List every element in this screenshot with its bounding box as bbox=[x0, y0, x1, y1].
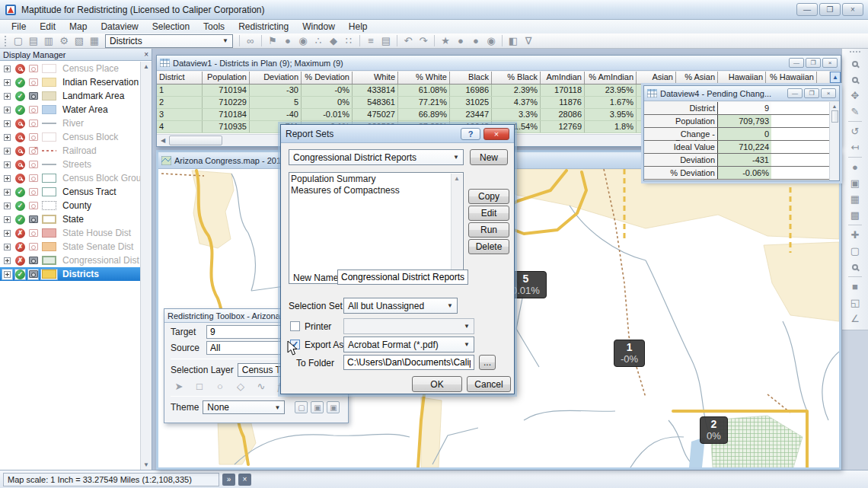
pending-row-district[interactable]: District9 bbox=[644, 102, 829, 115]
cancel-button[interactable]: Cancel bbox=[467, 376, 511, 392]
pending-row-population[interactable]: Population709,793 bbox=[644, 115, 829, 128]
layer-label-settings-icon[interactable] bbox=[29, 120, 38, 127]
new-file-icon[interactable]: ▢ bbox=[11, 34, 26, 48]
layer-visible-icon[interactable]: ✓ bbox=[15, 105, 25, 115]
print-icon[interactable]: ▦ bbox=[87, 34, 102, 48]
layer-visible-icon[interactable]: ✓ bbox=[15, 270, 25, 279]
layer-visible-icon[interactable]: ✓ bbox=[15, 187, 25, 197]
open-folder-icon[interactable]: ▤ bbox=[26, 34, 41, 48]
expand-icon[interactable] bbox=[4, 148, 11, 155]
report-set-combo[interactable]: Congressional District Reports▼ bbox=[289, 149, 464, 165]
scroll-up-icon[interactable]: ▲ bbox=[143, 63, 149, 70]
undo-icon[interactable]: ↶ bbox=[400, 34, 416, 48]
layer-row-indian-reservation[interactable]: ✓Indian Reservation bbox=[0, 75, 140, 89]
expand-icon[interactable] bbox=[4, 107, 11, 113]
expand-icon[interactable] bbox=[4, 244, 11, 250]
pending-row--deviation[interactable]: % Deviation-0.06% bbox=[644, 167, 829, 180]
menu-file[interactable]: File bbox=[5, 21, 33, 32]
pending-row-change-population[interactable]: Change - Population0 bbox=[644, 128, 829, 141]
new-name-input[interactable] bbox=[337, 270, 468, 285]
dv1-col--hawaiian[interactable]: % Hawaiian bbox=[766, 72, 817, 84]
layer-label-settings-icon[interactable] bbox=[29, 161, 38, 168]
dv1-col-deviation[interactable]: Deviation bbox=[250, 72, 302, 84]
dv1-col-asian[interactable]: Asian bbox=[637, 72, 676, 84]
maximize-button[interactable]: ❐ bbox=[804, 88, 819, 98]
copy-map-icon[interactable]: ▣ bbox=[846, 175, 864, 191]
layer-row-districts[interactable]: ✓Districts bbox=[0, 267, 140, 281]
layer-label-settings-icon[interactable] bbox=[29, 270, 38, 278]
layer-style-swatch[interactable] bbox=[42, 242, 56, 251]
layer-style-swatch[interactable] bbox=[42, 105, 56, 114]
expand-icon[interactable] bbox=[4, 93, 11, 100]
expand-icon[interactable] bbox=[4, 257, 11, 264]
pointer-tool-icon[interactable]: ➤ bbox=[171, 381, 187, 392]
layer-scale-hidden-icon[interactable] bbox=[15, 174, 25, 183]
report-item[interactable]: Population Summary bbox=[291, 174, 461, 185]
polyline-select-icon[interactable]: ∿ bbox=[253, 381, 270, 392]
feather-edit-icon[interactable]: ✎ bbox=[846, 104, 864, 120]
layer-selector-combo[interactable]: Districts▼ bbox=[105, 34, 233, 48]
info-window-icon[interactable]: ▤ bbox=[378, 34, 394, 48]
previous-scale-icon[interactable]: ↺ bbox=[846, 123, 864, 139]
ok-button[interactable]: OK bbox=[412, 376, 462, 392]
expand-icon[interactable] bbox=[4, 189, 11, 196]
menu-dataview[interactable]: Dataview bbox=[94, 21, 145, 32]
layer-label-settings-icon[interactable] bbox=[29, 257, 38, 264]
expand-icon[interactable] bbox=[4, 120, 11, 127]
to-folder-input[interactable] bbox=[343, 355, 474, 370]
minimize-button[interactable]: — bbox=[796, 3, 818, 16]
layer-style-swatch[interactable] bbox=[42, 132, 56, 142]
menu-help[interactable]: Help bbox=[342, 21, 375, 32]
save-icon[interactable]: ▥ bbox=[41, 34, 56, 48]
layer-row-water-area[interactable]: ✓Water Area bbox=[0, 103, 140, 116]
layer-visible-icon[interactable]: ✓ bbox=[15, 215, 25, 225]
dot-density-icon[interactable]: ∷ bbox=[341, 34, 356, 48]
pending-row-deviation[interactable]: Deviation-431 bbox=[644, 154, 829, 167]
layer-style-swatch[interactable] bbox=[42, 174, 56, 183]
layer-style-swatch[interactable] bbox=[42, 64, 56, 73]
dv1-col-amindian[interactable]: AmIndian bbox=[541, 72, 585, 84]
menu-edit[interactable]: Edit bbox=[33, 21, 62, 32]
paint-district-icon[interactable]: ◆ bbox=[326, 34, 341, 48]
browse-button[interactable]: ... bbox=[479, 355, 496, 370]
filter-table-icon[interactable]: ∇ bbox=[521, 34, 536, 48]
layer-scale-hidden-icon[interactable] bbox=[15, 146, 25, 156]
layer-row-census-block[interactable]: Census Block bbox=[0, 130, 140, 144]
layer-style-swatch[interactable] bbox=[42, 215, 56, 224]
layer-label-settings-icon[interactable] bbox=[29, 106, 38, 113]
layer-row-streets[interactable]: Streets bbox=[0, 158, 140, 171]
listbox-scrollbar[interactable]: ▲▼ bbox=[451, 174, 462, 282]
layer-style-swatch[interactable] bbox=[42, 78, 56, 87]
circle-select-icon[interactable]: ○ bbox=[212, 381, 228, 392]
flag-icon[interactable]: ⚑ bbox=[265, 34, 280, 48]
dv1-col-white[interactable]: White bbox=[353, 72, 398, 84]
layer-style-swatch[interactable] bbox=[42, 146, 56, 155]
expand-icon[interactable] bbox=[4, 216, 11, 223]
layer-style-swatch[interactable] bbox=[42, 270, 56, 279]
run-button[interactable]: Run bbox=[468, 222, 509, 238]
expand-icon[interactable] bbox=[4, 161, 11, 168]
layer-label-settings-icon[interactable] bbox=[29, 202, 38, 209]
dv1-col-hawaiian[interactable]: Hawaiian bbox=[718, 72, 766, 84]
maximize-button[interactable]: ❐ bbox=[806, 58, 821, 68]
menu-window[interactable]: Window bbox=[295, 21, 342, 32]
copy-button[interactable]: Copy bbox=[468, 189, 509, 204]
grab-district-icon[interactable]: ◉ bbox=[483, 34, 499, 48]
layer-row-river[interactable]: River bbox=[0, 116, 140, 130]
layer-row-state[interactable]: ✓State bbox=[0, 212, 140, 226]
close-button[interactable]: × bbox=[842, 3, 863, 16]
layer-label-settings-icon[interactable] bbox=[29, 133, 38, 141]
layer-row-census-tract[interactable]: ✓Census Tract bbox=[0, 185, 140, 199]
close-button[interactable]: × bbox=[822, 58, 838, 68]
layer-row-state-house-dist[interactable]: ✗State House Dist bbox=[0, 226, 140, 240]
layer-row-census-block-grou[interactable]: Census Block Grou bbox=[0, 171, 140, 185]
add-label-icon[interactable]: ✚ bbox=[846, 227, 864, 243]
dv1-col--asian[interactable]: % Asian bbox=[676, 72, 718, 84]
new-button[interactable]: New bbox=[470, 149, 508, 165]
pushpin-icon[interactable]: ★ bbox=[438, 34, 453, 48]
selection-set-combo[interactable]: All but Unassigned▼ bbox=[343, 298, 458, 314]
layer-visible-icon[interactable]: ✓ bbox=[15, 78, 25, 88]
dialog-titlebar[interactable]: Report Sets ? × bbox=[281, 125, 514, 143]
delete-button[interactable]: Delete bbox=[468, 239, 509, 254]
expand-icon[interactable] bbox=[4, 134, 11, 141]
